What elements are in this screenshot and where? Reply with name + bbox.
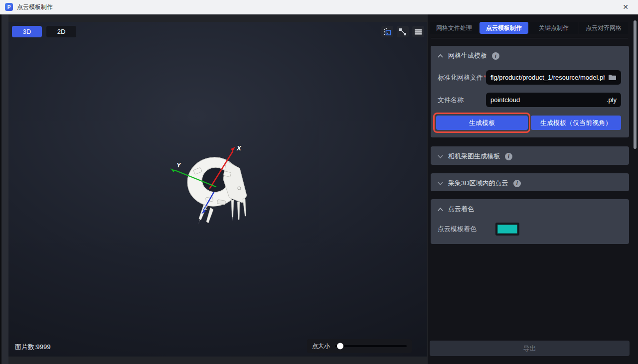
- chevron-down-icon: [438, 155, 443, 158]
- info-icon[interactable]: i: [505, 153, 512, 160]
- section-mesh-title: 网格生成模板: [448, 51, 487, 60]
- chevron-up-icon: [438, 54, 443, 58]
- info-icon[interactable]: i: [513, 180, 521, 187]
- mesh-file-input[interactable]: fig/product/product_1/resource/model.ply: [486, 70, 621, 85]
- axis-x-label: X: [236, 144, 242, 152]
- generate-template-button[interactable]: 生成模板: [436, 116, 528, 130]
- file-name-row: 文件名称 pointcloud .ply: [431, 93, 629, 107]
- axis-y-label: Y: [176, 161, 181, 169]
- template-color-swatch[interactable]: [497, 225, 517, 234]
- tab-mesh-file-processing[interactable]: 网格文件处理: [430, 22, 478, 34]
- mesh-file-value: fig/product/product_1/resource/model.ply: [490, 74, 605, 81]
- file-name-label: 文件名称: [438, 96, 464, 105]
- titlebar: P 点云模板制作 ✕: [0, 0, 638, 14]
- info-icon[interactable]: i: [492, 52, 499, 60]
- section-region-title: 采集3D区域内的点云: [448, 179, 508, 188]
- folder-icon[interactable]: [608, 74, 617, 81]
- panel-scrollbar-thumb[interactable]: [634, 20, 637, 149]
- section-camera-header[interactable]: 相机采图生成模板 i: [431, 146, 629, 165]
- section-region-header[interactable]: 采集3D区域内的点云 i: [431, 173, 629, 192]
- section-mesh-header[interactable]: 网格生成模板 i: [431, 46, 629, 65]
- point-size-control: 点大小: [307, 339, 412, 353]
- file-ext-suffix: .ply: [607, 96, 617, 104]
- section-pointcloud-coloring: 点云着色 点云模板着色: [431, 199, 629, 244]
- tab-pointcloud-template[interactable]: 点云模板制作: [479, 22, 528, 34]
- close-icon[interactable]: ✕: [618, 3, 633, 11]
- file-name-input[interactable]: pointcloud .ply: [486, 93, 621, 107]
- tab-keypoint-creation[interactable]: 关键点制作: [529, 22, 578, 34]
- model-scene[interactable]: X Y Z: [8, 22, 427, 357]
- mesh-file-label: 标准化网格文件: [438, 73, 483, 82]
- tab-pointcloud-align-mesh[interactable]: 点云对齐网格: [579, 22, 628, 34]
- tab-bar: 网格文件处理 点云模板制作 关键点制作 点云对齐网格: [430, 22, 628, 34]
- point-size-slider[interactable]: [335, 345, 407, 347]
- color-picker-frame[interactable]: [495, 223, 519, 236]
- viewport-3d[interactable]: 3D 2D: [8, 22, 427, 357]
- window-title: 点云模板制作: [17, 3, 53, 11]
- app-logo-icon: P: [5, 3, 13, 11]
- swatch-row: 点云模板着色: [431, 222, 629, 236]
- chevron-up-icon: [438, 208, 443, 211]
- section-coloring-title: 点云着色: [448, 205, 474, 214]
- chevron-down-icon: [438, 182, 443, 185]
- panel-scrollbar[interactable]: [634, 14, 637, 364]
- left-gutter: [1, 14, 8, 364]
- swatch-label: 点云模板着色: [438, 225, 477, 234]
- face-count-label: 面片数:9999: [15, 343, 51, 352]
- section-camera-title: 相机采图生成模板: [448, 152, 500, 161]
- section-camera-capture: 相机采图生成模板 i: [431, 146, 629, 165]
- mesh-file-row: 标准化网格文件* fig/product/product_1/resource/…: [431, 70, 629, 85]
- file-name-value: pointcloud: [490, 96, 604, 104]
- section-coloring-header[interactable]: 点云着色: [431, 199, 629, 218]
- section-mesh-generate-template: 网格生成模板 i 标准化网格文件* fig/product/product_1/…: [431, 46, 629, 137]
- right-panel: 网格文件处理 点云模板制作 关键点制作 点云对齐网格 网格生成模板 i 标准化网…: [428, 14, 638, 364]
- main-content: 3D 2D: [0, 14, 638, 364]
- generate-template-current-view-button[interactable]: 生成模板（仅当前视角）: [531, 116, 621, 130]
- point-size-slider-thumb[interactable]: [337, 343, 343, 350]
- tabs-divider: [431, 38, 628, 38]
- model-torus-part: [184, 154, 247, 224]
- axis-z-label: Z: [203, 205, 208, 212]
- section-region-collect: 采集3D区域内的点云 i: [431, 173, 629, 191]
- app-window: P 点云模板制作 ✕ 3D 2D: [0, 0, 638, 364]
- export-button[interactable]: 导出: [430, 341, 630, 356]
- point-size-label: 点大小: [312, 342, 330, 351]
